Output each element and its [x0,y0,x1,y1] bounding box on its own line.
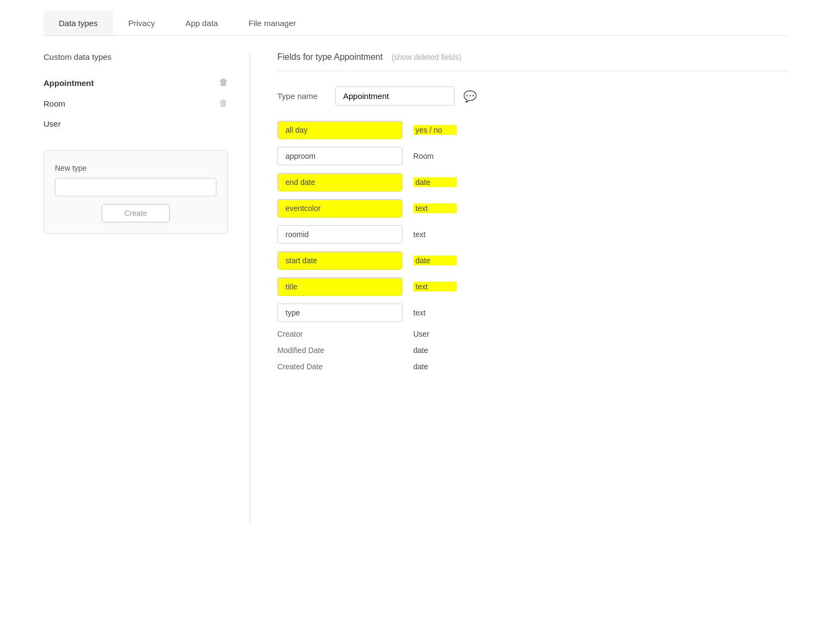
tabs-row: Data types Privacy App data File manager [44,0,788,36]
field-type-all-day: yes / no [413,125,457,135]
field-row-approom: approom Room [277,147,788,165]
new-type-box: New type Create [44,150,228,234]
field-name-roomid[interactable]: roomid [277,225,402,244]
type-name-label: Type name [277,91,326,101]
type-name-input[interactable] [335,86,455,106]
field-name-approom[interactable]: approom [277,147,402,165]
field-name-end-date[interactable]: end date [277,173,402,191]
field-row-type: type text [277,304,788,322]
field-name-all-day[interactable]: all day [277,121,402,139]
new-type-label: New type [55,164,216,172]
field-row-end-date: end date date [277,173,788,191]
field-type-approom: Room [413,152,457,160]
type-name-room: Room [44,99,65,108]
field-type-creator: User [413,330,457,338]
field-name-type[interactable]: type [277,304,402,322]
trash-icon-appointment[interactable]: 🗑 [219,78,228,88]
field-row-modified-date: Modified Date date [277,346,788,355]
field-name-creator: Creator [277,330,402,338]
type-name-row: Type name 💬 [277,86,788,106]
field-row-start-date: start date date [277,251,788,270]
tab-file-manager[interactable]: File manager [233,11,312,35]
field-row-all-day: all day yes / no [277,121,788,139]
type-name-user: User [44,119,61,128]
show-deleted-link[interactable]: (show deleted fields) [392,53,461,61]
field-type-created-date: date [413,362,457,371]
fields-list: all day yes / no approom Room end date d… [277,121,788,371]
type-list-item-appointment[interactable]: Appointment 🗑 [44,72,228,93]
field-type-title: text [413,282,457,292]
field-type-modified-date: date [413,346,457,355]
field-row-creator: Creator User [277,330,788,338]
left-panel: Custom data types Appointment 🗑 Room 🗑 U… [44,52,250,525]
trash-icon-room[interactable]: 🗑 [219,98,228,108]
field-name-modified-date: Modified Date [277,346,402,355]
comment-icon[interactable]: 💬 [463,90,477,103]
field-type-eventcolor: text [413,203,457,213]
field-name-start-date[interactable]: start date [277,251,402,270]
field-row-roomid: roomid text [277,225,788,244]
field-row-eventcolor: eventcolor text [277,199,788,218]
field-row-created-date: Created Date date [277,362,788,371]
page-container: Data types Privacy App data File manager… [0,0,832,525]
type-name-appointment: Appointment [44,78,94,88]
tab-privacy[interactable]: Privacy [113,11,170,35]
right-panel-header: Fields for type Appointment (show delete… [277,52,788,71]
custom-data-types-title: Custom data types [44,52,228,61]
type-list-item-user[interactable]: User [44,114,228,134]
field-name-created-date: Created Date [277,362,402,371]
fields-title: Fields for type Appointment [277,52,383,62]
tab-app-data[interactable]: App data [170,11,233,35]
create-button[interactable]: Create [102,204,169,222]
type-list-item-room[interactable]: Room 🗑 [44,93,228,114]
field-name-eventcolor[interactable]: eventcolor [277,199,402,218]
tab-data-types[interactable]: Data types [44,11,113,35]
field-row-title: title text [277,277,788,296]
type-list: Appointment 🗑 Room 🗑 User [44,72,228,134]
right-panel: Fields for type Appointment (show delete… [250,52,788,525]
new-type-input[interactable] [55,178,216,196]
field-type-end-date: date [413,177,457,187]
field-name-title[interactable]: title [277,277,402,296]
field-type-roomid: text [413,230,457,239]
main-content: Custom data types Appointment 🗑 Room 🗑 U… [44,36,788,525]
field-type-start-date: date [413,256,457,265]
field-type-type: text [413,308,457,317]
